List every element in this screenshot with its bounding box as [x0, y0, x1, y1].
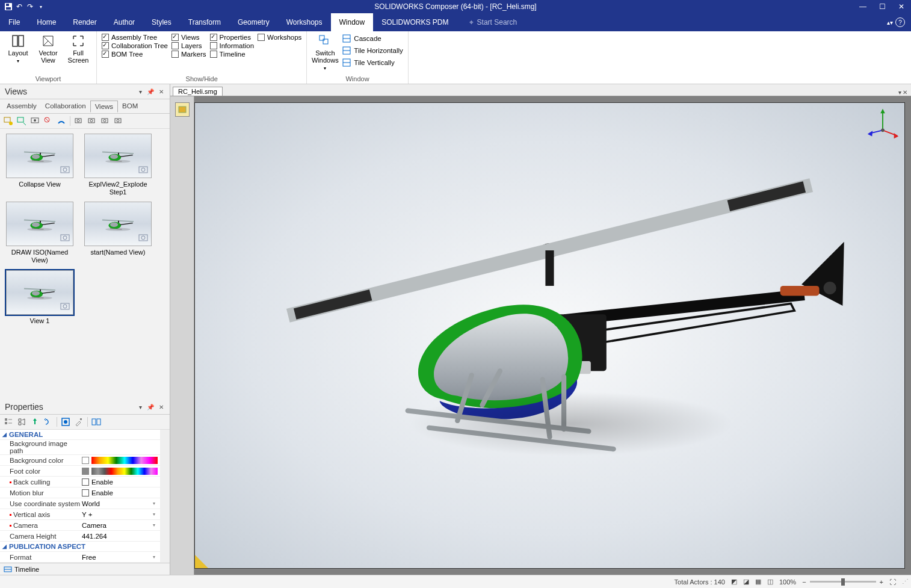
toggle-properties[interactable]: Properties: [210, 34, 255, 41]
prop-tool-3[interactable]: [30, 417, 40, 427]
view-thumbnail[interactable]: DRAW ISO(Named View): [5, 202, 75, 264]
maximize-button[interactable]: ☐: [872, 0, 892, 13]
tile-horizontally-button[interactable]: Tile Horizontally: [342, 46, 403, 55]
view-thumbnail[interactable]: start(Named View): [83, 202, 153, 264]
panel-close-icon[interactable]: ✕: [158, 87, 165, 96]
camera-icon-4[interactable]: [114, 116, 123, 126]
toggle-bom-tree[interactable]: BOM Tree: [102, 51, 168, 58]
views-tool-4[interactable]: [43, 116, 53, 126]
menu-home[interactable]: Home: [28, 13, 64, 31]
resize-grip-icon[interactable]: ⋰: [902, 578, 909, 586]
status-icon-1[interactable]: ◩: [731, 578, 737, 586]
prop-format[interactable]: FormatFree▾: [0, 552, 160, 563]
switch-windows-button[interactable]: SwitchWindows▾: [312, 32, 338, 72]
eyedropper-icon[interactable]: [74, 417, 84, 427]
panel-dropdown-icon[interactable]: ▾: [138, 87, 143, 96]
panel-close-icon[interactable]: ✕: [158, 403, 165, 412]
minimize-button[interactable]: —: [853, 0, 872, 13]
view-thumbnail[interactable]: View 1: [5, 270, 75, 325]
menu-geometry[interactable]: Geometry: [229, 13, 278, 31]
fit-icon[interactable]: ⛶: [889, 578, 896, 586]
camera-icon-2[interactable]: [87, 116, 97, 126]
doc-close-icon[interactable]: ✕: [903, 89, 907, 96]
svg-point-67: [32, 291, 40, 296]
menu-transform[interactable]: Transform: [180, 13, 229, 31]
prop-use-coordinate-system[interactable]: Use coordinate systemWorld▾: [0, 498, 160, 509]
prop-section-publication-aspect[interactable]: ◢PUBLICATION ASPECT: [0, 542, 160, 552]
corner-fold-icon[interactable]: [195, 555, 208, 568]
qat-dropdown-icon[interactable]: ▾: [36, 2, 46, 11]
prop-tool-7[interactable]: [91, 417, 101, 427]
camera-icon-3[interactable]: [100, 116, 110, 126]
vector-button[interactable]: VectorView: [35, 32, 61, 64]
redo-icon[interactable]: ↷: [25, 2, 35, 11]
prop-tool-4[interactable]: [43, 417, 53, 427]
menu-workshops[interactable]: Workshops: [278, 13, 331, 31]
viewport-tool-icon[interactable]: [175, 102, 190, 117]
views-tool-1[interactable]: [4, 116, 13, 126]
status-icon-3[interactable]: ▦: [755, 578, 761, 586]
doc-dropdown-icon[interactable]: ▾: [898, 89, 901, 96]
cascade-button[interactable]: Cascade: [342, 34, 403, 43]
toggle-layers[interactable]: Layers: [171, 42, 206, 49]
menu-file[interactable]: File: [0, 13, 28, 31]
views-tool-2[interactable]: [17, 116, 26, 126]
properties-scrollbar[interactable]: [160, 430, 170, 563]
3d-viewport[interactable]: [194, 102, 905, 569]
status-icon-4[interactable]: ◫: [767, 578, 773, 586]
views-tool-3[interactable]: [30, 116, 40, 126]
prop-background-image-path[interactable]: Background image path: [0, 440, 160, 455]
layout-button[interactable]: Layout▾: [5, 32, 31, 64]
panel-tab-assembly[interactable]: Assembly: [2, 101, 41, 112]
panel-pin-icon[interactable]: 📌: [146, 87, 155, 96]
prop-back-culling[interactable]: Back cullingEnable: [0, 477, 160, 487]
panel-pin-icon[interactable]: 📌: [146, 403, 155, 412]
prop-motion-blur[interactable]: Motion blurEnable: [0, 487, 160, 498]
panel-tab-collaboration[interactable]: Collaboration: [41, 101, 90, 112]
camera-icon-1[interactable]: [74, 116, 84, 126]
search-placeholder[interactable]: Start Search: [477, 18, 517, 26]
view-thumbnail[interactable]: Collapse View: [5, 134, 75, 196]
full-button[interactable]: FullScreen: [65, 32, 91, 64]
toggle-markers[interactable]: Markers: [171, 51, 206, 58]
views-tool-5[interactable]: [57, 116, 66, 126]
orientation-triad[interactable]: [866, 108, 900, 141]
zoom-in-icon[interactable]: +: [880, 578, 883, 586]
zoom-slider[interactable]: − +: [802, 578, 883, 586]
prop-section-general[interactable]: ◢GENERAL: [0, 430, 160, 440]
status-icon-2[interactable]: ◪: [743, 578, 749, 586]
prop-background-color[interactable]: Background color: [0, 455, 160, 466]
help-icon[interactable]: ?: [895, 17, 905, 27]
zoom-out-icon[interactable]: −: [802, 578, 806, 586]
toggle-assembly-tree[interactable]: Assembly Tree: [102, 34, 168, 41]
prop-tool-5[interactable]: [61, 417, 70, 427]
save-icon[interactable]: [4, 2, 13, 11]
prop-tool-2[interactable]: [17, 417, 26, 427]
timeline-tab[interactable]: Timeline: [14, 566, 39, 573]
panel-tab-bom[interactable]: BOM: [118, 101, 142, 112]
toggle-information[interactable]: Information: [210, 42, 255, 49]
menu-solidworks-pdm[interactable]: SOLIDWORKS PDM: [373, 13, 457, 31]
menu-render[interactable]: Render: [64, 13, 105, 31]
document-tab[interactable]: RC_Heli.smg: [173, 87, 223, 96]
view-thumbnail[interactable]: ExplView2_Explode Step1: [83, 134, 153, 196]
menu-author[interactable]: Author: [105, 13, 143, 31]
tile-vertically-button[interactable]: Tile Vertically: [342, 58, 403, 67]
menu-window[interactable]: Window: [331, 13, 374, 31]
panel-dropdown-icon[interactable]: ▾: [138, 403, 143, 412]
toggle-workshops[interactable]: Workshops: [258, 34, 301, 41]
menu-styles[interactable]: Styles: [143, 13, 180, 31]
toggle-collaboration-tree[interactable]: Collaboration Tree: [102, 42, 168, 49]
toggle-timeline[interactable]: Timeline: [210, 51, 255, 58]
prop-camera-height[interactable]: Camera Height441.264: [0, 531, 160, 542]
prop-vertical-axis[interactable]: Vertical axisY +▾: [0, 509, 160, 520]
close-button[interactable]: ✕: [892, 0, 911, 13]
prop-camera[interactable]: CameraCamera▾: [0, 520, 160, 531]
panel-tab-views[interactable]: Views: [90, 101, 118, 113]
toggle-views[interactable]: Views: [171, 34, 206, 41]
prop-tool-1[interactable]: [4, 417, 13, 427]
prop-foot-color[interactable]: Foot color: [0, 466, 160, 477]
undo-icon[interactable]: ↶: [14, 2, 24, 11]
search-icon[interactable]: ⌖: [469, 18, 474, 26]
collapse-ribbon-icon[interactable]: ▴▾: [887, 19, 893, 26]
